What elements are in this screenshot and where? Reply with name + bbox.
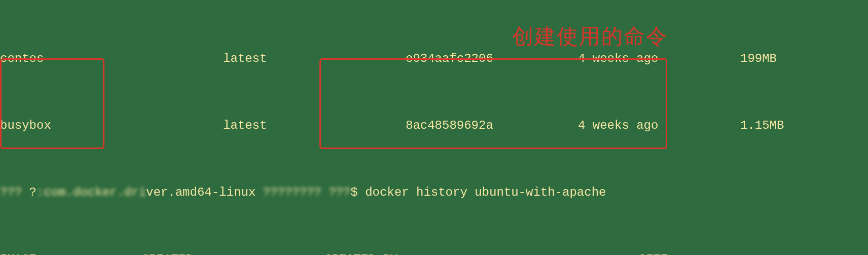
header-created: CREATED [142,251,324,255]
image-repo: centos [0,50,223,67]
history-header: IMAGE CREATED CREATED BY SIZE [0,251,868,255]
header-image: IMAGE [0,251,142,255]
prompt-user-host: ??? ?:com.docker.driver.amd64-linux ????… [0,184,365,201]
terminal-output[interactable]: centos latest e934aafc2206 4 weeks ago 1… [0,0,868,255]
image-tag: latest [223,50,406,67]
annotation-text: 创建使用的命令 [512,28,668,45]
prompt-command: docker history ubuntu-with-apache [365,184,606,201]
image-id: e934aafc2206 [406,50,578,67]
image-repo: busybox [0,117,223,134]
image-created: 4 weeks ago [578,117,740,134]
image-size: 1.15MB [740,117,842,134]
image-row: centos latest e934aafc2206 4 weeks ago 1… [0,50,868,67]
header-size: SIZE [639,251,705,255]
header-created-by: CREATED BY [324,251,639,255]
image-row: busybox latest 8ac48589692a 4 weeks ago … [0,117,868,134]
image-size: 199MB [740,50,842,67]
prompt-line: ??? ?:com.docker.driver.amd64-linux ????… [0,184,868,201]
image-tag: latest [223,117,406,134]
image-created: 4 weeks ago [578,50,740,67]
image-id: 8ac48589692a [406,117,578,134]
